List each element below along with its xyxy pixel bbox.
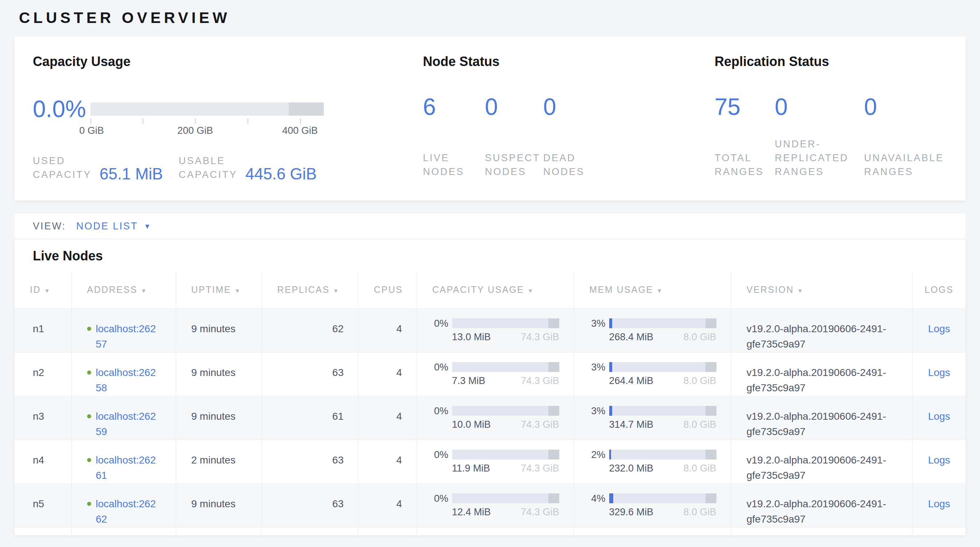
total-ranges-label: TOTAL RANGES: [714, 151, 775, 179]
node-status-panel: Node Status 6 LIVE NODES 0 SUSPECT NODES…: [423, 37, 714, 200]
logs-link[interactable]: Logs: [928, 367, 950, 378]
capacity-total-value: 74.3 GiB: [520, 463, 559, 474]
node-mem-usage-cell: 3% 268.4 MiB 8.0 GiB: [574, 308, 731, 352]
cluster-overview-page: CLUSTER OVERVIEW Capacity Usage 0.0% 0 G…: [0, 0, 980, 535]
capacity-meter-track: [452, 450, 559, 460]
logs-link[interactable]: Logs: [928, 410, 950, 422]
node-uptime-cell: 2 minutes: [176, 440, 262, 483]
capacity-meter-reserved-segment: [548, 362, 559, 372]
node-id-cell: n5: [14, 483, 72, 527]
col-header-version[interactable]: VERSION▼: [731, 271, 913, 308]
mem-usage-meter: 3% 268.4 MiB 8.0 GiB: [584, 318, 716, 343]
replication-status-title: Replication Status: [714, 54, 966, 69]
node-address-link[interactable]: localhost:26258: [96, 365, 161, 396]
under-replicated-ranges-count: 0: [775, 93, 864, 121]
axis-tick: [143, 119, 143, 124]
node-logs-cell: Logs: [913, 352, 966, 396]
node-address-link[interactable]: localhost:26259: [96, 409, 161, 439]
node-mem-usage-cell: 2% 232.0 MiB 8.0 GiB: [574, 440, 731, 483]
total-ranges-count: 75: [714, 93, 775, 121]
capacity-bar-axis: 0 GiB 200 GiB 400 GiB: [91, 102, 324, 137]
live-nodes-table: ID▼ ADDRESS▼ UPTIME▼ REPLICAS▼ CPUS CAPA…: [14, 271, 966, 534]
live-nodes-stat: 6 LIVE NODES: [423, 93, 485, 179]
node-list-dropdown[interactable]: NODE LIST ▼: [76, 221, 151, 232]
unavailable-ranges-count: 0: [864, 93, 944, 121]
node-version-cell: v19.2.0-alpha.20190606-2491-gfe735c9a97: [731, 440, 913, 483]
logs-link[interactable]: Logs: [928, 323, 950, 334]
node-id-cell: n3: [14, 396, 72, 440]
live-status-dot-icon: [87, 370, 91, 375]
mem-meter-fill: [609, 318, 612, 328]
node-replicas-cell: 61: [262, 396, 358, 440]
node-logs-cell: Logs: [913, 440, 966, 483]
mem-usage-meter: 3% 314.7 MiB 8.0 GiB: [584, 406, 716, 430]
axis-tick-label: 200 GiB: [178, 125, 213, 137]
sort-arrow-icon: ▼: [797, 288, 804, 294]
node-address-cell: localhost:26261: [72, 440, 176, 483]
capacity-used-value: 10.0 MiB: [452, 419, 491, 430]
mem-total-value: 8.0 GiB: [683, 375, 716, 386]
node-cpus-cell: 4: [358, 396, 417, 440]
logs-link[interactable]: Logs: [928, 498, 950, 509]
node-address-cell: localhost:26257: [72, 308, 176, 352]
mem-used-value: 314.7 MiB: [609, 419, 654, 430]
node-status-title: Node Status: [423, 54, 714, 69]
axis-tick-label: 400 GiB: [282, 125, 318, 137]
used-capacity-label: USED CAPACITY: [33, 154, 92, 181]
node-uptime-cell: 9 minutes: [176, 308, 262, 352]
col-header-logs: LOGS: [913, 271, 966, 308]
sort-arrow-icon: ▼: [528, 288, 534, 294]
capacity-meter-track: [452, 362, 559, 372]
capacity-usage-meter: 0% 10.0 MiB 74.3 GiB: [427, 406, 559, 430]
node-address-cell: localhost:26258: [72, 352, 176, 396]
live-status-dot-icon: [87, 502, 91, 506]
mem-total-value: 8.0 GiB: [683, 419, 716, 430]
usable-capacity-stat: USABLE CAPACITY 445.6 GiB: [179, 154, 317, 181]
col-header-uptime[interactable]: UPTIME▼: [176, 271, 262, 308]
usable-capacity-label: USABLE CAPACITY: [179, 154, 237, 181]
unavailable-ranges-stat: 0 UNAVAILABLE RANGES: [864, 93, 944, 179]
node-status-stats: 6 LIVE NODES 0 SUSPECT NODES 0 DEAD NODE…: [423, 93, 714, 179]
node-address-link[interactable]: localhost:26257: [96, 321, 161, 352]
node-capacity-usage-cell: 0% 10.0 MiB 74.3 GiB: [417, 396, 574, 440]
capacity-bar: [91, 102, 324, 116]
col-header-mem-usage[interactable]: MEM USAGE▼: [574, 271, 731, 308]
mem-meter-reserved-segment: [705, 362, 716, 372]
mem-meter-fill: [609, 493, 614, 503]
usable-capacity-value: 445.6 GiB: [245, 166, 317, 181]
used-capacity-value: 65.1 MiB: [100, 166, 163, 181]
axis-tick-label: 0 GiB: [79, 125, 104, 137]
node-address-link[interactable]: localhost:26261: [96, 453, 161, 483]
mem-meter-track: [609, 406, 716, 416]
capacity-total-value: 74.3 GiB: [520, 331, 559, 343]
mem-usage-meter: 2% 232.0 MiB 8.0 GiB: [584, 450, 716, 474]
node-capacity-usage-cell: 0% 12.4 MiB 74.3 GiB: [417, 483, 574, 527]
node-address-link[interactable]: localhost:26262: [96, 496, 161, 527]
mem-used-value: 264.4 MiB: [609, 375, 654, 386]
mem-meter-track: [609, 362, 716, 372]
node-logs-cell: Logs: [913, 483, 966, 527]
live-status-dot-icon: [87, 327, 91, 331]
node-cpus-cell: 4: [358, 352, 417, 396]
mem-meter-track: [609, 450, 716, 460]
node-mem-usage-cell: 4% 329.6 MiB 8.0 GiB: [574, 483, 731, 527]
capacity-usage-meter: 0% 11.9 MiB 74.3 GiB: [427, 450, 559, 474]
capacity-meter-track: [452, 406, 559, 416]
node-version-cell: v19.2.0-alpha.20190606-2491-gfe735c9a97: [731, 396, 913, 440]
axis-tick: [300, 119, 301, 124]
mem-usage-meter: 3% 264.4 MiB 8.0 GiB: [584, 362, 716, 386]
capacity-usage-chart: 0.0% 0 GiB 200 GiB 400 GiB: [33, 93, 423, 137]
capacity-usage-meter: 0% 12.4 MiB 74.3 GiB: [427, 493, 559, 518]
capacity-meter-reserved-segment: [548, 406, 559, 416]
capacity-used-value: 7.3 MiB: [452, 375, 485, 386]
node-uptime-cell: 9 minutes: [176, 352, 262, 396]
mem-meter-reserved-segment: [705, 406, 716, 416]
col-header-address[interactable]: ADDRESS▼: [72, 271, 176, 308]
col-header-replicas[interactable]: REPLICAS▼: [262, 271, 358, 308]
col-header-id[interactable]: ID▼: [14, 271, 72, 308]
node-id-cell: n4: [14, 440, 72, 483]
logs-link[interactable]: Logs: [928, 454, 950, 466]
node-uptime-cell: 9 minutes: [176, 396, 262, 440]
col-header-capacity-usage[interactable]: CAPACITY USAGE▼: [417, 271, 574, 308]
live-status-dot-icon: [87, 458, 91, 462]
